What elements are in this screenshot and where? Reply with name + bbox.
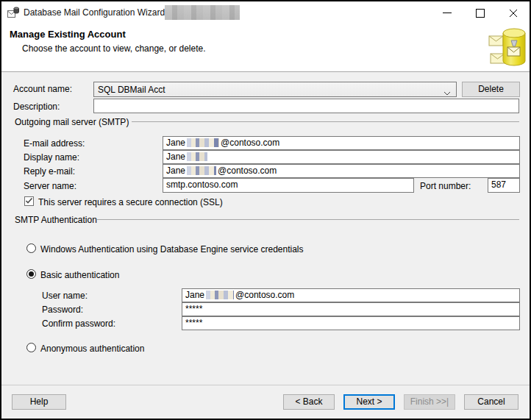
redacted-text xyxy=(187,152,207,161)
chevron-down-icon xyxy=(443,88,451,98)
password-label: Password: xyxy=(42,305,83,315)
account-name-combobox[interactable]: SQL DBMail Acct xyxy=(93,82,457,97)
database-mail-app-icon xyxy=(7,7,19,18)
ssl-checkbox[interactable] xyxy=(24,196,34,206)
email-address-label: E-mail address: xyxy=(24,138,85,149)
windows-auth-label[interactable]: Windows Authentication using Database En… xyxy=(40,244,304,255)
display-prefix: Jane xyxy=(166,152,185,162)
footer-separator xyxy=(1,385,530,385)
dialog-window: Database Mail Configuration Wizard Manag… xyxy=(0,0,531,420)
reply-prefix: Jane xyxy=(166,165,185,176)
auth-group-line xyxy=(97,219,519,220)
reply-email-label: Reply e-mail: xyxy=(24,166,75,177)
user-name-label: User name: xyxy=(42,291,88,301)
username-prefix: Jane xyxy=(185,290,204,300)
help-button[interactable]: Help xyxy=(12,394,66,410)
window-title: Database Mail Configuration Wizard xyxy=(24,7,165,18)
reply-email-field[interactable]: Jane@contoso.com xyxy=(163,164,520,178)
anonymous-auth-label[interactable]: Anonymous authentication xyxy=(40,344,144,354)
cancel-button[interactable]: Cancel xyxy=(464,394,518,410)
account-name-value: SQL DBMail Acct xyxy=(98,85,165,95)
windows-auth-radio[interactable] xyxy=(26,243,36,253)
ssl-checkbox-label[interactable]: This server requires a secure connection… xyxy=(38,197,223,207)
basic-auth-label[interactable]: Basic authentication xyxy=(40,270,119,280)
server-name-field[interactable]: smtp.contoso.com xyxy=(163,178,414,193)
next-button[interactable]: Next > xyxy=(343,394,395,410)
page-title: Manage Existing Account xyxy=(10,29,126,40)
confirm-password-field[interactable]: ***** xyxy=(182,316,520,330)
close-icon[interactable] xyxy=(503,4,524,22)
wizard-header: Manage Existing Account Choose the accou… xyxy=(1,24,530,72)
confirm-password-label: Confirm password: xyxy=(42,318,115,329)
smtp-group-line xyxy=(132,121,519,122)
account-name-label: Account name: xyxy=(13,84,72,94)
database-mail-icon xyxy=(488,26,527,68)
reply-suffix: @contoso.com xyxy=(218,165,277,176)
server-name-label: Server name: xyxy=(24,181,76,191)
username-suffix: @contoso.com xyxy=(235,290,294,300)
display-name-label: Display name: xyxy=(24,152,79,163)
smtp-group-label: Outgoing mail server (SMTP) xyxy=(15,117,129,127)
redacted-text xyxy=(187,138,219,147)
redacted-text xyxy=(206,291,234,299)
delete-button[interactable]: Delete xyxy=(462,82,520,97)
page-subtitle: Choose the account to view, change, or d… xyxy=(22,43,206,54)
email-suffix: @contoso.com xyxy=(221,138,279,148)
user-name-field[interactable]: Jane@contoso.com xyxy=(182,288,520,302)
checkmark-icon xyxy=(25,197,33,204)
port-number-field[interactable]: 587 xyxy=(488,178,520,193)
display-name-field[interactable]: Jane xyxy=(163,150,520,164)
redacted-title-text xyxy=(165,5,240,20)
port-number-label: Port number: xyxy=(420,181,471,191)
email-prefix: Jane xyxy=(166,138,185,148)
email-address-field[interactable]: Jane@contoso.com xyxy=(163,136,520,150)
anonymous-auth-radio[interactable] xyxy=(26,343,36,352)
minimize-icon[interactable] xyxy=(437,4,457,22)
description-label: Description: xyxy=(13,102,60,112)
description-field[interactable] xyxy=(93,99,519,113)
finish-button: Finish >>| xyxy=(404,394,455,410)
back-button[interactable]: < Back xyxy=(283,394,335,410)
maximize-icon[interactable] xyxy=(470,4,491,22)
redacted-text xyxy=(187,166,216,175)
titlebar: Database Mail Configuration Wizard xyxy=(1,1,530,25)
basic-auth-radio[interactable] xyxy=(26,269,36,279)
auth-group-label: SMTP Authentication xyxy=(15,215,97,225)
password-field[interactable]: ***** xyxy=(182,302,520,316)
